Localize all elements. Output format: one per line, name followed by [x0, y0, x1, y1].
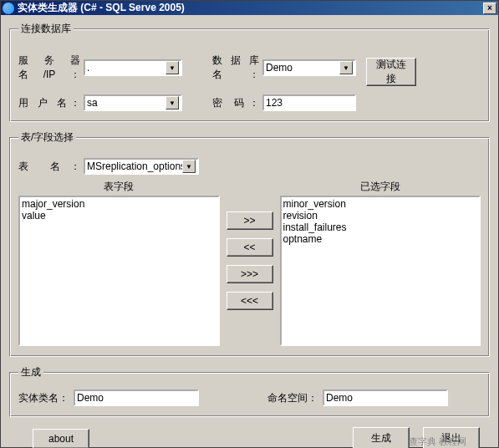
server-value: . — [87, 62, 165, 74]
list-item[interactable]: value — [22, 210, 216, 221]
remove-button[interactable]: << — [227, 238, 273, 257]
client-area: 连接数据库 服务器名/IP . ▼ 数据库名 Demo ▼ 测试连接 用 户 名 — [1, 15, 498, 448]
server-label: 服务器名/IP — [18, 53, 84, 82]
db-value: Demo — [266, 62, 339, 74]
user-combo[interactable]: sa ▼ — [84, 94, 182, 111]
app-window: 实体类生成器 (C# - SQL Serve 2005) × 连接数据库 服务器… — [0, 0, 499, 448]
namespace-input[interactable] — [323, 389, 448, 406]
remove-all-button[interactable]: <<< — [227, 292, 273, 310]
legend-connection: 连接数据库 — [18, 22, 74, 36]
legend-generate: 生成 — [18, 365, 43, 379]
list-item[interactable]: minor_version — [283, 198, 478, 210]
class-name-input[interactable] — [74, 389, 199, 406]
watermark: 查字典 教程网 jiaocheng.chazidian.com — [409, 435, 491, 448]
selected-fields-list[interactable]: minor_versionrevisioninstall_failuresopt… — [280, 196, 481, 346]
add-button[interactable]: >> — [227, 211, 273, 230]
db-label: 数据库名 — [212, 53, 262, 82]
chevron-down-icon: ▼ — [165, 61, 179, 74]
list-item[interactable]: install_failures — [283, 221, 478, 233]
table-value: MSreplication_options — [87, 160, 182, 172]
namespace-label: 命名空间： — [267, 391, 318, 405]
chevron-down-icon: ▼ — [182, 160, 196, 173]
right-list-header: 已选字段 — [280, 180, 481, 194]
group-table-fields: 表/字段选择 表 名 MSreplication_options ▼ 表字段 m… — [9, 130, 490, 357]
group-generate: 生成 实体类名： 命名空间： — [9, 365, 490, 417]
pwd-label: 密 码 — [212, 96, 262, 110]
legend-table: 表/字段选择 — [18, 130, 76, 145]
window-title: 实体类生成器 (C# - SQL Serve 2005) — [18, 1, 483, 15]
user-label: 用 户 名 — [18, 96, 84, 110]
left-list-header: 表字段 — [18, 180, 220, 194]
generate-button[interactable]: 生成 — [353, 427, 410, 448]
available-fields-list[interactable]: major_versionvalue — [18, 196, 220, 346]
list-item[interactable]: major_version — [22, 198, 216, 210]
add-all-button[interactable]: >>> — [227, 265, 273, 283]
close-button[interactable]: × — [483, 3, 496, 14]
server-combo[interactable]: . ▼ — [84, 59, 182, 76]
group-connection: 连接数据库 服务器名/IP . ▼ 数据库名 Demo ▼ 测试连接 用 户 名 — [9, 22, 490, 122]
list-item[interactable]: optname — [283, 233, 478, 245]
titlebar: 实体类生成器 (C# - SQL Serve 2005) × — [1, 1, 498, 15]
class-label: 实体类名： — [18, 391, 69, 405]
db-combo[interactable]: Demo ▼ — [262, 59, 356, 76]
user-value: sa — [87, 97, 165, 109]
chevron-down-icon: ▼ — [165, 96, 179, 109]
table-combo[interactable]: MSreplication_options ▼ — [84, 158, 199, 175]
table-label: 表 名 — [18, 160, 84, 174]
app-icon — [3, 3, 14, 14]
list-item[interactable]: revision — [283, 210, 478, 221]
watermark-main: 查字典 教程网 — [409, 436, 466, 446]
password-input[interactable] — [262, 94, 356, 111]
test-connection-button[interactable]: 测试连接 — [366, 58, 416, 86]
chevron-down-icon: ▼ — [339, 61, 353, 74]
about-button[interactable]: about — [33, 429, 89, 449]
